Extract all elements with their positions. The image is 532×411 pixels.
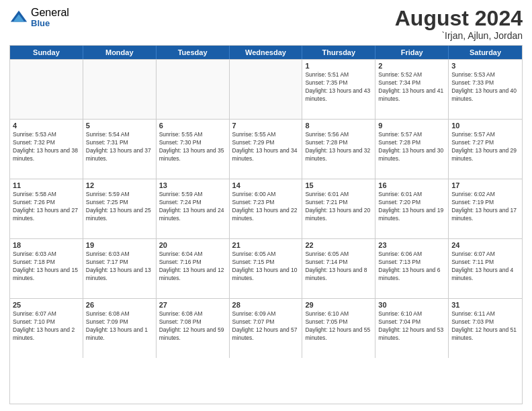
calendar-cell: 18Sunrise: 6:03 AMSunset: 7:18 PMDayligh… — [10, 239, 83, 298]
calendar-week-3: 11Sunrise: 5:58 AMSunset: 7:26 PMDayligh… — [10, 179, 522, 238]
day-number: 6 — [159, 122, 226, 130]
calendar-cell: 14Sunrise: 6:00 AMSunset: 7:23 PMDayligh… — [230, 179, 303, 238]
calendar-cell — [230, 60, 303, 119]
day-info: Sunrise: 5:59 AMSunset: 7:25 PMDaylight:… — [86, 191, 153, 223]
calendar-cell — [157, 60, 230, 119]
day-number: 5 — [86, 122, 153, 130]
logo-text: General Blue — [31, 7, 69, 28]
calendar-week-4: 18Sunrise: 6:03 AMSunset: 7:18 PMDayligh… — [10, 238, 522, 298]
calendar-cell: 22Sunrise: 6:05 AMSunset: 7:14 PMDayligh… — [302, 239, 375, 298]
day-info: Sunrise: 5:58 AMSunset: 7:26 PMDaylight:… — [13, 191, 80, 223]
day-info: Sunrise: 5:57 AMSunset: 7:27 PMDaylight:… — [451, 131, 519, 163]
day-header-tuesday: Tuesday — [157, 46, 230, 59]
day-info: Sunrise: 6:08 AMSunset: 7:09 PMDaylight:… — [86, 310, 153, 342]
logo-general: General — [31, 7, 69, 19]
page-header: General Blue August 2024 `Irjan, Ajlun, … — [9, 7, 523, 41]
day-header-monday: Monday — [83, 46, 157, 59]
calendar-cell: 6Sunrise: 5:55 AMSunset: 7:30 PMDaylight… — [157, 120, 230, 179]
calendar-cell: 7Sunrise: 5:55 AMSunset: 7:29 PMDaylight… — [230, 120, 303, 179]
day-number: 15 — [305, 181, 372, 189]
day-info: Sunrise: 6:11 AMSunset: 7:03 PMDaylight:… — [451, 310, 519, 342]
day-info: Sunrise: 6:07 AMSunset: 7:10 PMDaylight:… — [13, 310, 80, 342]
day-info: Sunrise: 6:04 AMSunset: 7:16 PMDaylight:… — [159, 250, 226, 283]
calendar-cell — [10, 60, 83, 119]
calendar-cell: 2Sunrise: 5:52 AMSunset: 7:34 PMDaylight… — [375, 60, 449, 119]
day-number: 27 — [159, 301, 226, 309]
calendar-cell: 20Sunrise: 6:04 AMSunset: 7:16 PMDayligh… — [157, 239, 230, 298]
calendar-cell: 17Sunrise: 6:02 AMSunset: 7:19 PMDayligh… — [449, 179, 522, 238]
day-number: 18 — [13, 241, 80, 249]
calendar-cell: 30Sunrise: 6:10 AMSunset: 7:04 PMDayligh… — [375, 299, 449, 358]
calendar-week-1: 1Sunrise: 5:51 AMSunset: 7:35 PMDaylight… — [10, 59, 522, 119]
day-number: 25 — [13, 301, 80, 309]
calendar-body: 1Sunrise: 5:51 AMSunset: 7:35 PMDaylight… — [10, 59, 522, 358]
day-number: 20 — [159, 241, 226, 249]
calendar-week-5: 25Sunrise: 6:07 AMSunset: 7:10 PMDayligh… — [10, 298, 522, 358]
day-number: 26 — [86, 301, 153, 309]
calendar-cell — [83, 60, 157, 119]
calendar-cell: 3Sunrise: 5:53 AMSunset: 7:33 PMDaylight… — [449, 60, 522, 119]
day-info: Sunrise: 5:52 AMSunset: 7:34 PMDaylight:… — [378, 71, 445, 103]
logo: General Blue — [9, 7, 69, 28]
day-number: 22 — [305, 241, 372, 249]
day-number: 13 — [159, 181, 226, 189]
day-number: 7 — [232, 122, 300, 130]
calendar-cell: 24Sunrise: 6:07 AMSunset: 7:11 PMDayligh… — [449, 239, 522, 298]
day-info: Sunrise: 6:10 AMSunset: 7:04 PMDaylight:… — [378, 310, 445, 342]
day-number: 14 — [232, 181, 300, 189]
day-number: 19 — [86, 241, 153, 249]
day-info: Sunrise: 5:53 AMSunset: 7:32 PMDaylight:… — [13, 131, 80, 163]
day-info: Sunrise: 5:51 AMSunset: 7:35 PMDaylight:… — [305, 71, 372, 103]
calendar-cell: 23Sunrise: 6:06 AMSunset: 7:13 PMDayligh… — [375, 239, 449, 298]
day-info: Sunrise: 6:02 AMSunset: 7:19 PMDaylight:… — [451, 191, 519, 223]
day-info: Sunrise: 6:05 AMSunset: 7:14 PMDaylight:… — [305, 250, 372, 283]
day-info: Sunrise: 5:55 AMSunset: 7:29 PMDaylight:… — [232, 131, 300, 163]
calendar-cell: 15Sunrise: 6:01 AMSunset: 7:21 PMDayligh… — [302, 179, 375, 238]
day-number: 29 — [305, 301, 372, 309]
calendar-cell: 16Sunrise: 6:01 AMSunset: 7:20 PMDayligh… — [375, 179, 449, 238]
title-block: August 2024 `Irjan, Ajlun, Jordan — [395, 7, 523, 41]
calendar-cell: 19Sunrise: 6:03 AMSunset: 7:17 PMDayligh… — [83, 239, 157, 298]
day-number: 23 — [378, 241, 445, 249]
day-number: 17 — [451, 181, 519, 189]
day-number: 12 — [86, 181, 153, 189]
day-number: 31 — [451, 301, 519, 309]
logo-blue: Blue — [31, 19, 69, 28]
day-info: Sunrise: 5:55 AMSunset: 7:30 PMDaylight:… — [159, 131, 226, 163]
day-info: Sunrise: 6:07 AMSunset: 7:11 PMDaylight:… — [451, 250, 519, 283]
day-header-thursday: Thursday — [302, 46, 375, 59]
calendar-cell: 9Sunrise: 5:57 AMSunset: 7:28 PMDaylight… — [375, 120, 449, 179]
day-info: Sunrise: 6:10 AMSunset: 7:05 PMDaylight:… — [305, 310, 372, 342]
day-header-friday: Friday — [375, 46, 449, 59]
day-header-saturday: Saturday — [449, 46, 522, 59]
calendar-cell: 21Sunrise: 6:05 AMSunset: 7:15 PMDayligh… — [230, 239, 303, 298]
day-number: 10 — [451, 122, 519, 130]
calendar-cell: 13Sunrise: 5:59 AMSunset: 7:24 PMDayligh… — [157, 179, 230, 238]
day-number: 8 — [305, 122, 372, 130]
month-title: August 2024 — [395, 7, 523, 30]
day-info: Sunrise: 5:53 AMSunset: 7:33 PMDaylight:… — [451, 71, 519, 103]
day-header-sunday: Sunday — [10, 46, 83, 59]
day-number: 24 — [451, 241, 519, 249]
calendar-cell: 5Sunrise: 5:54 AMSunset: 7:31 PMDaylight… — [83, 120, 157, 179]
calendar-week-2: 4Sunrise: 5:53 AMSunset: 7:32 PMDaylight… — [10, 119, 522, 179]
day-info: Sunrise: 6:00 AMSunset: 7:23 PMDaylight:… — [232, 191, 300, 223]
day-info: Sunrise: 6:03 AMSunset: 7:18 PMDaylight:… — [13, 250, 80, 283]
day-info: Sunrise: 6:03 AMSunset: 7:17 PMDaylight:… — [86, 250, 153, 283]
day-header-wednesday: Wednesday — [230, 46, 303, 59]
day-number: 4 — [13, 122, 80, 130]
day-number: 28 — [232, 301, 300, 309]
calendar-cell: 27Sunrise: 6:08 AMSunset: 7:08 PMDayligh… — [157, 299, 230, 358]
calendar-cell: 29Sunrise: 6:10 AMSunset: 7:05 PMDayligh… — [302, 299, 375, 358]
location: `Irjan, Ajlun, Jordan — [395, 30, 523, 41]
logo-icon — [9, 8, 28, 27]
calendar-cell: 1Sunrise: 5:51 AMSunset: 7:35 PMDaylight… — [302, 60, 375, 119]
day-number: 1 — [305, 62, 372, 70]
day-info: Sunrise: 6:01 AMSunset: 7:20 PMDaylight:… — [378, 191, 445, 223]
day-number: 9 — [378, 122, 445, 130]
day-number: 3 — [451, 62, 519, 70]
day-number: 30 — [378, 301, 445, 309]
day-number: 16 — [378, 181, 445, 189]
calendar-cell: 28Sunrise: 6:09 AMSunset: 7:07 PMDayligh… — [230, 299, 303, 358]
calendar-cell: 10Sunrise: 5:57 AMSunset: 7:27 PMDayligh… — [449, 120, 522, 179]
